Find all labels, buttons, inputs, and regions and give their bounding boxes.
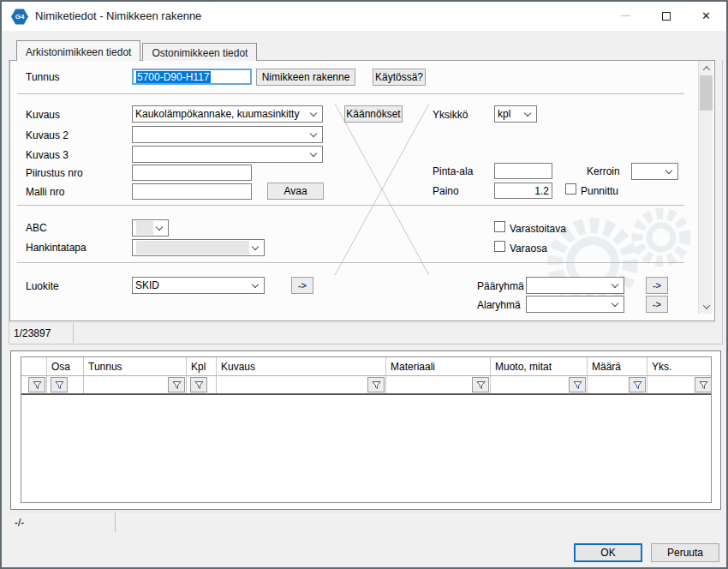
varaosa-label: Varaosa (510, 243, 547, 255)
close-button[interactable]: ✕ (686, 2, 726, 30)
varastoitava-checkbox[interactable] (494, 221, 505, 232)
punnittu-checkbox[interactable] (565, 183, 576, 195)
luokite-combobox[interactable]: SKID (132, 277, 265, 294)
maximize-icon (662, 12, 671, 21)
grid-column-kpl[interactable]: Kpl (187, 357, 217, 375)
filter-funnel-icon (633, 380, 642, 390)
alaryhma-goto-button[interactable]: -> (646, 296, 668, 313)
dialog-window: G4 Nimiketiedot - Nimikkeen rakenne ✕ Ar… (0, 0, 728, 569)
grid-column-kuvaus[interactable]: Kuvaus (217, 357, 386, 375)
tunnus-input[interactable]: 5700-D90-H117 (132, 69, 252, 85)
filter-button-yks[interactable] (695, 377, 712, 392)
grid-column-tunnus[interactable]: Tunnus (84, 357, 187, 375)
pinta-ala-input[interactable] (494, 163, 552, 179)
kaytossa-button[interactable]: Käytössä? (373, 69, 426, 86)
grid-count-status: -/- (10, 512, 116, 532)
separator-line (17, 262, 684, 263)
filter-button-kuvaus[interactable] (367, 377, 385, 392)
app-icon-label: G4 (15, 13, 25, 21)
filter-funnel-icon (172, 380, 182, 390)
tab-arkistonimikkeen-tiedot[interactable]: Arkistonimikkeen tiedot (16, 40, 140, 61)
close-icon: ✕ (701, 10, 711, 21)
cancel-button[interactable]: Peruuta (651, 543, 719, 562)
chevron-down-icon (665, 166, 672, 173)
chevron-down-icon (310, 129, 317, 136)
paaryhma-goto-button[interactable]: -> (646, 277, 668, 294)
nimikkeen-rakenne-button[interactable]: Nimikkeen rakenne (256, 69, 355, 86)
grid-column-materiaali[interactable]: Materiaali (386, 357, 491, 375)
tunnus-selected-text: 5700-D90-H117 (136, 71, 211, 83)
filter-button-materiaali[interactable] (472, 377, 489, 392)
tab-ostonimikkeen-tiedot[interactable]: Ostonimikkeen tiedot (142, 43, 257, 61)
chevron-down-icon (252, 243, 259, 249)
filter-funnel-icon (55, 380, 64, 390)
filter-button-tunnus[interactable] (168, 377, 185, 392)
grid-column-muoto-mitat[interactable]: Muoto, mitat (491, 357, 588, 375)
chevron-down-icon (310, 149, 317, 156)
grid-column-yks[interactable]: Yks. (647, 357, 713, 375)
maximize-button[interactable] (646, 2, 686, 30)
paaryhma-label: Pääryhmä (477, 280, 524, 292)
kuvaus2-combobox[interactable] (132, 126, 323, 143)
structure-table-panel: Osa Tunnus Kpl Kuvaus Materiaali Muoto, … (10, 350, 721, 510)
scroll-up-button[interactable] (699, 61, 713, 75)
piirustus-nro-input[interactable] (132, 165, 252, 181)
form-vertical-scrollbar[interactable] (698, 61, 713, 314)
minimize-button[interactable] (606, 2, 646, 30)
kerroin-label: Kerroin (587, 165, 620, 177)
filter-button-indicator[interactable] (28, 377, 45, 392)
alaryhma-combobox[interactable] (526, 296, 624, 313)
record-statusbar: 1/23897 (9, 322, 715, 343)
piirustus-nro-label: Piirustus nro (26, 167, 83, 179)
yksikko-label: Yksikkö (433, 109, 468, 121)
kuvaus-combobox[interactable]: Kaukolämpökannake, kuumasinkitty (132, 105, 323, 123)
chevron-down-icon (252, 280, 259, 287)
separator-line (17, 205, 684, 206)
grid-filter-row (21, 376, 711, 395)
window-title: Nimiketiedot - Nimikkeen rakenne (35, 9, 201, 22)
grid-body-empty[interactable] (21, 395, 711, 501)
paino-input[interactable]: 1.2 (494, 183, 552, 199)
grid-status-empty-cell (116, 512, 721, 532)
paino-label: Paino (433, 185, 459, 197)
kerroin-combobox[interactable] (631, 163, 678, 180)
paaryhma-combobox[interactable] (526, 277, 624, 294)
punnittu-label: Punnittu (581, 185, 618, 197)
luokite-goto-button[interactable]: -> (291, 277, 313, 294)
hankintatapa-combobox[interactable] (132, 239, 265, 256)
abc-label: ABC (26, 222, 47, 234)
ok-button[interactable]: OK (574, 543, 642, 562)
window-controls: ✕ (606, 2, 726, 30)
filter-funnel-icon (699, 380, 708, 390)
kuvaus3-combobox[interactable] (132, 146, 323, 163)
filter-funnel-icon (476, 380, 486, 390)
status-empty-cell (74, 323, 715, 343)
scroll-down-button[interactable] (699, 299, 713, 314)
grid-column-maara[interactable]: Määrä (588, 357, 647, 375)
chevron-down-icon (156, 223, 163, 230)
chevron-down-icon (612, 299, 618, 306)
yksikko-combobox[interactable]: kpl (494, 105, 537, 123)
varastoitava-label: Varastoitava (510, 223, 566, 235)
grid-column-indicator[interactable] (21, 357, 47, 375)
avaa-button[interactable]: Avaa (267, 183, 324, 200)
alaryhma-label: Alaryhmä (477, 299, 521, 311)
varaosa-checkbox[interactable] (494, 241, 505, 252)
titlebar: G4 Nimiketiedot - Nimikkeen rakenne ✕ (2, 2, 726, 31)
filter-button-maara[interactable] (629, 377, 646, 392)
abc-combobox[interactable] (132, 219, 169, 237)
filter-button-muoto-mitat[interactable] (569, 377, 586, 392)
filter-button-osa[interactable] (51, 377, 68, 392)
kaannokset-button[interactable]: Käännökset (344, 105, 403, 123)
record-count-status: 1/23897 (9, 323, 74, 343)
grid-column-osa[interactable]: Osa (47, 357, 84, 375)
filter-button-kpl[interactable] (190, 377, 207, 392)
kuvaus-label: Kuvaus (26, 109, 60, 121)
chevron-down-icon (702, 302, 709, 308)
scrollbar-thumb[interactable] (700, 75, 713, 111)
kuvaus3-label: Kuvaus 3 (26, 149, 69, 161)
tunnus-label: Tunnus (26, 71, 60, 83)
hankintatapa-label: Hankintatapa (26, 242, 87, 254)
kuvaus2-label: Kuvaus 2 (26, 129, 69, 141)
malli-nro-input[interactable] (132, 183, 252, 200)
